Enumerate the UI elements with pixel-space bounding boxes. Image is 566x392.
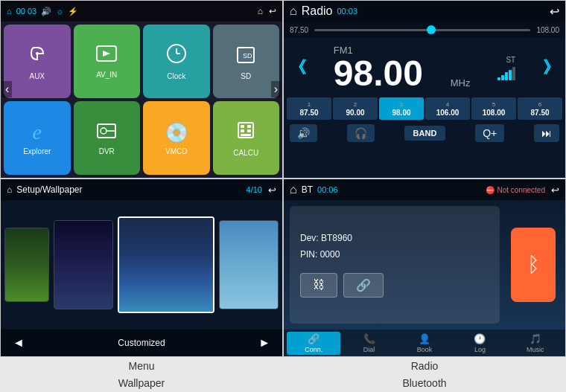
radio-next-btn[interactable]: 》 xyxy=(543,57,559,79)
preset-btn-6[interactable]: 687.50 xyxy=(518,97,562,120)
menu-panel: ⌂ 00 03 🔊 ☼ ⚡ ⌂ ↩ AUXAV_INClockSDSDeExpl… xyxy=(0,0,283,179)
preset-btn-2[interactable]: 290.00 xyxy=(333,97,378,120)
home-icon[interactable]: ⌂ xyxy=(7,7,12,16)
wp-topbar-left: ⌂ Setup/Wallpaper xyxy=(7,184,83,195)
calcu-label: CALCU xyxy=(233,149,258,157)
svg-text:SD: SD xyxy=(243,52,252,60)
radio-main: 《 FM1 98.00 MHz ST 》 xyxy=(284,38,565,97)
radio-band-btn[interactable]: BAND xyxy=(404,126,446,141)
menu-topbar-right: ⌂ ↩ xyxy=(258,6,276,16)
log-nav-icon: 🕐 xyxy=(474,333,486,344)
sd-icon: SD xyxy=(236,43,255,69)
signal-bar-3 xyxy=(505,72,508,80)
wp-back-icon[interactable]: ↩ xyxy=(268,184,276,196)
radio-title: Radio xyxy=(302,4,333,18)
music-nav-icon: 🎵 xyxy=(530,333,541,344)
freq-min: 87.50 xyxy=(290,26,308,34)
bt-home-icon[interactable]: ⌂ xyxy=(290,183,297,196)
radio-topbar-center: ⌂ Radio 00:03 xyxy=(290,4,357,18)
preset-btn-4[interactable]: 4106.00 xyxy=(425,97,470,120)
bt-nav-book[interactable]: 👤Book xyxy=(398,332,451,355)
radio-freq-display: 98.00 xyxy=(334,56,423,91)
bt-nav-log[interactable]: 🕐Log xyxy=(453,332,506,355)
menu-item-vmcd[interactable]: 💿VMCD xyxy=(143,101,210,175)
vmcd-icon: 💿 xyxy=(165,121,188,144)
signal-icon: ⌂ xyxy=(258,6,263,16)
wp-home-icon[interactable]: ⌂ xyxy=(7,184,12,195)
menu-item-clock[interactable]: Clock xyxy=(143,25,210,98)
menu-item-calcu[interactable]: CALCU xyxy=(213,101,280,175)
preset-btn-1[interactable]: 187.50 xyxy=(287,97,331,120)
radio-volume-btn[interactable]: 🔊 xyxy=(290,124,317,142)
menu-item-sd[interactable]: SDSD xyxy=(213,25,280,98)
wp-counter: 4/10 xyxy=(247,185,262,194)
wp-thumb-2[interactable] xyxy=(54,220,113,309)
wp-customized-btn[interactable]: Customized xyxy=(31,338,252,348)
menu-item-av_in[interactable]: AV_IN xyxy=(74,25,141,98)
menu-item-aux[interactable]: AUX xyxy=(4,25,71,98)
radio-headphone-btn[interactable]: 🎧 xyxy=(347,124,375,142)
bt-link-btn[interactable]: ⛓ xyxy=(300,273,337,298)
radio-presets: 187.50290.00398.004106.005108.00687.50 xyxy=(284,97,565,120)
conn-nav-label: Conn. xyxy=(305,346,322,353)
bt-pin-label: PIN: 0000 xyxy=(300,249,489,260)
wp-next-btn[interactable]: ► xyxy=(252,333,276,353)
wp-topbar: ⌂ Setup/Wallpaper 4/10 ↩ xyxy=(1,179,282,200)
svg-rect-11 xyxy=(241,125,244,128)
preset-btn-5[interactable]: 5108.00 xyxy=(471,97,516,120)
bt-content: Dev: BT8960 PIN: 0000 ⛓ 🔗 ᛒ xyxy=(284,200,565,330)
wallpaper-label: Wallpaper xyxy=(0,375,283,393)
radio-skip-btn[interactable]: ⏭ xyxy=(534,124,559,142)
menu-time: 00 03 xyxy=(16,7,37,16)
radio-signal: ST xyxy=(497,56,515,80)
menu-label: Menu xyxy=(0,357,283,375)
radio-back-icon[interactable]: ↩ xyxy=(550,4,559,19)
av_in-label: AV_IN xyxy=(96,71,117,79)
wp-thumb-3[interactable] xyxy=(118,216,214,313)
vmcd-label: VMCD xyxy=(165,147,187,155)
wp-title: Setup/Wallpaper xyxy=(16,184,82,195)
radio-home-icon[interactable]: ⌂ xyxy=(290,4,297,18)
svg-rect-13 xyxy=(241,129,244,132)
radio-prev-btn[interactable]: 《 xyxy=(290,57,306,79)
menu-item-explorer[interactable]: eExplorer xyxy=(4,101,71,175)
svg-rect-12 xyxy=(247,125,251,128)
bluetooth-icon: ⚡ xyxy=(68,7,78,16)
freq-max: 108.00 xyxy=(536,26,559,34)
back-icon[interactable]: ↩ xyxy=(269,6,276,16)
bt-phone-image: ᛒ xyxy=(507,206,559,324)
menu-next-arrow[interactable]: › xyxy=(271,81,281,97)
menu-item-dvr[interactable]: DVR xyxy=(74,101,141,175)
bt-info-box: Dev: BT8960 PIN: 0000 ⛓ 🔗 xyxy=(290,206,500,324)
menu-prev-arrow[interactable]: ‹ xyxy=(2,81,12,97)
wp-thumb-1[interactable] xyxy=(4,228,49,302)
preset-btn-3[interactable]: 398.00 xyxy=(379,97,424,120)
book-nav-label: Book xyxy=(417,346,433,353)
aux-label: AUX xyxy=(29,72,45,80)
freq-indicator[interactable] xyxy=(427,25,436,34)
bluetooth-label: Bluetooth xyxy=(283,375,566,393)
bt-bottombar: 🔗Conn.📞Dial👤Book🕐Log🎵Music xyxy=(284,330,565,356)
radio-fm-info: FM1 98.00 xyxy=(334,45,423,91)
dvr-label: DVR xyxy=(99,147,115,155)
radio-st: ST xyxy=(506,56,515,64)
bt-status-text: Not connected xyxy=(497,186,546,194)
bt-buttons: ⛓ 🔗 xyxy=(300,273,489,298)
bt-nav-conn[interactable]: 🔗Conn. xyxy=(287,332,340,355)
conn-nav-icon: 🔗 xyxy=(308,333,319,344)
bt-back-icon[interactable]: ↩ xyxy=(551,184,559,196)
sd-label: SD xyxy=(241,72,251,80)
bt-nav-music[interactable]: 🎵Music xyxy=(509,332,562,355)
wp-prev-btn[interactable]: ◄ xyxy=(7,333,31,353)
radio-topbar: ⌂ Radio 00:03 ↩ xyxy=(284,1,565,22)
svg-rect-15 xyxy=(241,134,251,136)
svg-rect-14 xyxy=(247,129,251,132)
bt-disconnect-icon: ⛔ xyxy=(486,186,495,194)
clock-label: Clock xyxy=(167,72,185,80)
radio-plus-btn[interactable]: Q+ xyxy=(475,124,504,142)
calcu-icon xyxy=(235,120,256,146)
bt-unlink-btn[interactable]: 🔗 xyxy=(343,273,384,298)
wp-thumb-4[interactable] xyxy=(219,220,279,309)
signal-bar-4 xyxy=(509,70,512,80)
bt-nav-dial[interactable]: 📞Dial xyxy=(342,332,395,355)
